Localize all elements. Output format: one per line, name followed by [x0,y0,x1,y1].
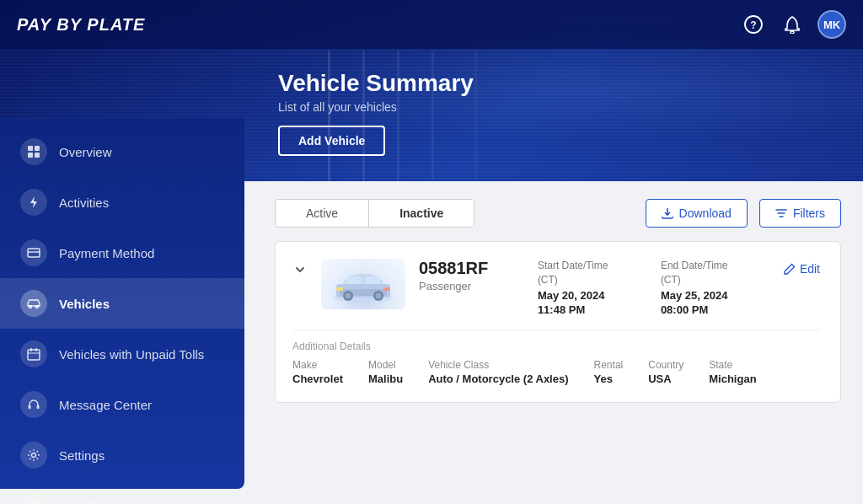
sidebar-settings-label: Settings [59,448,105,463]
svg-rect-28 [336,287,343,291]
logout-icon [20,492,47,504]
class-value: Auto / Motorcycle (2 Axles) [428,373,568,385]
app-logo: PAY BY PLATE [17,15,145,35]
headset-icon [20,391,47,418]
additional-details: Additional Details Make Chevrolet Model … [292,330,820,385]
svg-rect-17 [37,405,40,409]
svg-point-10 [29,306,32,308]
sidebar-item-overview[interactable]: Overview [0,126,244,177]
sidebar-activities-label: Activities [59,196,109,210]
country-key: Country [648,359,683,371]
detail-rental: Rental Yes [594,359,624,385]
sidebar-payment-label: Payment Method [59,246,154,260]
hero-content: Vehicle Summary List of all your vehicle… [278,70,474,156]
plate-number: 05881RF [419,259,524,278]
bell-icon[interactable] [779,11,806,38]
sidebar-overview-label: Overview [59,145,112,159]
svg-point-2 [791,31,794,34]
sidebar-item-messages[interactable]: Message Center [0,379,244,430]
download-button[interactable]: Download [646,199,748,228]
svg-rect-29 [383,287,390,291]
rental-value: Yes [594,373,624,385]
svg-point-11 [36,306,39,308]
detail-class: Vehicle Class Auto / Motorcycle (2 Axles… [428,359,568,385]
detail-model: Model Malibu [368,359,403,385]
end-date-label: End Date/Time(CT) [661,259,770,287]
svg-rect-12 [28,350,40,360]
vehicle-type: Passenger [419,280,524,292]
sidebar-unpaid-label: Vehicles with Unpaid Tolls [59,347,204,362]
svg-rect-3 [28,146,33,151]
topbar: PAY BY PLATE ? MK [0,0,863,49]
vehicle-image [321,259,405,309]
expand-chevron[interactable] [292,259,308,281]
svg-point-25 [346,293,351,299]
make-value: Chevrolet [292,373,343,385]
page-subtitle: List of all your vehicles [278,100,474,114]
svg-point-18 [32,453,36,458]
sidebar: Overview Activities Payment Method Vehic… [0,118,244,489]
start-date-label: Start Date/Time(CT) [538,259,647,287]
country-value: USA [648,373,683,385]
tab-inactive[interactable]: Inactive [369,200,474,227]
edit-icon [784,263,796,275]
sidebar-item-vehicles[interactable]: Vehicles [0,278,244,329]
sidebar-item-logout[interactable]: Log Out [0,480,244,504]
end-date-value: May 25, 2024 [661,289,770,302]
start-date-value: May 20, 2024 [538,289,647,302]
svg-rect-4 [35,146,40,151]
detail-make: Make Chevrolet [292,359,343,385]
tab-group: Active Inactive [275,199,474,228]
main-content: Active Inactive Download Filters [261,185,855,496]
edit-button[interactable]: Edit [784,259,820,276]
vehicle-card: 05881RF Passenger Start Date/Time(CT) Ma… [275,241,841,403]
sidebar-item-unpaid[interactable]: Vehicles with Unpaid Tolls [0,329,244,379]
plate-info: 05881RF Passenger [419,259,524,292]
grid-icon [20,138,47,165]
start-time-value: 11:48 PM [538,303,647,316]
rental-key: Rental [594,359,624,371]
end-time-value: 08:00 PM [661,303,770,316]
page-title: Vehicle Summary [278,70,474,97]
svg-rect-9 [28,251,40,253]
sidebar-item-settings[interactable]: Settings [0,430,244,480]
make-key: Make [292,359,343,371]
state-key: State [709,359,756,371]
state-value: Michigan [709,373,756,385]
add-vehicle-button[interactable]: Add Vehicle [278,126,385,156]
user-avatar[interactable]: MK [817,10,846,39]
sidebar-logout-label: Log Out [59,499,104,505]
card-top: 05881RF Passenger Start Date/Time(CT) Ma… [292,259,820,316]
start-date-col: Start Date/Time(CT) May 20, 2024 11:48 P… [538,259,647,316]
model-key: Model [368,359,403,371]
svg-rect-16 [29,405,31,409]
card-icon [20,239,47,266]
class-key: Vehicle Class [428,359,568,371]
help-icon[interactable]: ? [740,11,767,38]
svg-rect-22 [346,276,362,284]
svg-rect-6 [35,153,40,158]
svg-marker-7 [30,196,37,208]
sidebar-vehicles-label: Vehicles [59,297,110,311]
sidebar-messages-label: Message Center [59,398,152,412]
svg-text:?: ? [750,19,756,31]
bolt-icon [20,189,47,216]
detail-state: State Michigan [709,359,756,385]
model-value: Malibu [368,373,403,385]
svg-point-27 [376,293,382,299]
detail-country: Country USA [648,359,683,385]
additional-details-label: Additional Details [292,340,820,352]
download-icon [662,207,673,219]
gear-icon [20,442,47,469]
tab-active[interactable]: Active [276,200,368,227]
car-icon [20,290,47,317]
sidebar-item-activities[interactable]: Activities [0,177,244,228]
svg-rect-5 [28,153,33,158]
end-date-col: End Date/Time(CT) May 25, 2024 08:00 PM [661,259,770,316]
controls-row: Active Inactive Download Filters [275,199,841,228]
sidebar-item-payment[interactable]: Payment Method [0,228,244,278]
calendar-icon [20,340,47,367]
filter-icon [775,207,787,219]
filters-button[interactable]: Filters [759,199,841,228]
svg-rect-23 [365,276,380,284]
